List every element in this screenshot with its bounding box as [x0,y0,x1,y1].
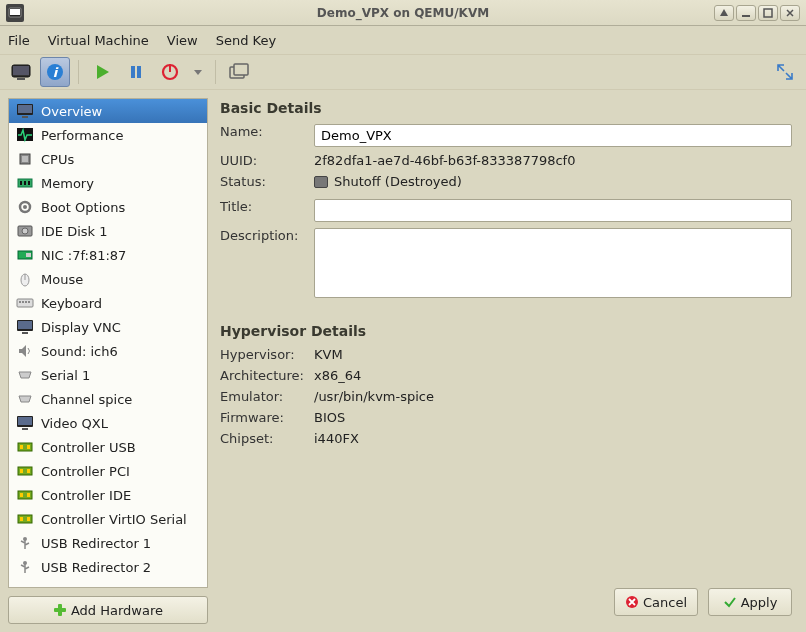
description-label: Description: [220,228,314,243]
controller-icon [15,486,35,504]
sidebar-item-label: USB Redirector 1 [41,536,151,551]
plus-icon [53,603,67,617]
sidebar-item-memory[interactable]: Memory [9,171,207,195]
svg-rect-3 [764,9,772,17]
sidebar-item-ide-disk[interactable]: IDE Disk 1 [9,219,207,243]
svg-rect-2 [742,15,750,17]
speaker-icon [15,342,35,360]
sidebar-item-serial[interactable]: Serial 1 [9,363,207,387]
sidebar-item-display-vnc[interactable]: Display VNC [9,315,207,339]
controller-icon [15,510,35,528]
chipset-value: i440FX [314,431,792,446]
toolbar: i [0,54,806,90]
sidebar-item-label: Boot Options [41,200,125,215]
monitor-icon [15,102,35,120]
svg-rect-39 [18,321,32,329]
sidebar-item-label: Serial 1 [41,368,90,383]
disk-icon [15,222,35,240]
status-value: Shutoff (Destroyed) [334,174,462,189]
controller-icon [15,438,35,456]
shutdown-menu-button[interactable] [189,57,207,87]
run-button[interactable] [87,57,117,87]
sidebar-item-nic[interactable]: NIC :7f:81:87 [9,243,207,267]
svg-rect-14 [234,64,248,75]
serial-icon [15,366,35,384]
sidebar-item-overview[interactable]: Overview [9,99,207,123]
svg-rect-6 [17,78,25,80]
cancel-button[interactable]: Cancel [614,588,698,616]
shutdown-button[interactable] [155,57,185,87]
description-textarea[interactable] [314,228,792,298]
sidebar-item-label: USB Redirector 2 [41,560,151,575]
keyboard-icon [15,294,35,312]
svg-rect-17 [22,116,28,118]
svg-rect-35 [22,301,24,303]
hv-value: KVM [314,347,792,362]
menu-virtual-machine[interactable]: Virtual Machine [48,33,149,48]
svg-rect-12 [169,64,171,72]
sidebar-item-usb-redir-1[interactable]: USB Redirector 1 [9,531,207,555]
details-pane: Basic Details Name: UUID:2f82dfa1-ae7d-4… [214,98,798,624]
sidebar-item-controller-virtio[interactable]: Controller VirtIO Serial [9,507,207,531]
window-close-button[interactable] [780,5,800,21]
svg-rect-46 [27,445,30,449]
sidebar-item-label: Controller IDE [41,488,131,503]
sidebar-item-performance[interactable]: Performance [9,123,207,147]
svg-rect-34 [19,301,21,303]
name-input[interactable] [314,124,792,147]
sidebar-item-controller-usb[interactable]: Controller USB [9,435,207,459]
pause-button[interactable] [121,57,151,87]
sidebar-item-controller-pci[interactable]: Controller PCI [9,459,207,483]
svg-rect-48 [20,469,23,473]
sidebar-item-sound[interactable]: Sound: ich6 [9,339,207,363]
sidebar-item-cpus[interactable]: CPUs [9,147,207,171]
svg-rect-52 [27,493,30,497]
basic-details-header: Basic Details [220,100,792,116]
mouse-icon [15,270,35,288]
gear-icon [15,198,35,216]
svg-point-26 [23,205,27,209]
fw-label: Firmware: [220,410,314,425]
uuid-label: UUID: [220,153,314,168]
sidebar-item-label: Channel spice [41,392,132,407]
menu-view[interactable]: View [167,33,198,48]
svg-rect-55 [27,517,30,521]
add-hardware-button[interactable]: Add Hardware [8,596,208,624]
sidebar-item-label: Memory [41,176,94,191]
fw-value: BIOS [314,410,792,425]
sidebar-item-mouse[interactable]: Mouse [9,267,207,291]
menu-file[interactable]: File [8,33,30,48]
apply-label: Apply [741,595,778,610]
sidebar-item-channel-spice[interactable]: Channel spice [9,387,207,411]
window-minimize-button[interactable] [736,5,756,21]
menubar: File Virtual Machine View Send Key [0,26,806,54]
status-label: Status: [220,174,314,189]
toolbar-separator [215,60,216,84]
usb-icon [15,534,35,552]
fullscreen-button[interactable] [770,57,800,87]
sidebar-item-usb-redir-2[interactable]: USB Redirector 2 [9,555,207,579]
svg-rect-49 [27,469,30,473]
sidebar-item-controller-ide[interactable]: Controller IDE [9,483,207,507]
arch-label: Architecture: [220,368,314,383]
sidebar-item-video[interactable]: Video QXL [9,411,207,435]
title-input[interactable] [314,199,792,222]
hardware-list[interactable]: Overview Performance CPUs Memory Boot Op… [8,98,208,588]
details-button[interactable]: i [40,57,70,87]
svg-rect-16 [18,105,32,113]
svg-rect-42 [18,417,32,425]
console-button[interactable] [6,57,36,87]
toolbar-separator [78,60,79,84]
window-maximize-button[interactable] [758,5,778,21]
svg-rect-59 [54,608,66,612]
sidebar-item-keyboard[interactable]: Keyboard [9,291,207,315]
cancel-icon [625,595,639,609]
menu-send-key[interactable]: Send Key [216,33,276,48]
sidebar-item-label: Performance [41,128,123,143]
window-ontop-button[interactable] [714,5,734,21]
snapshots-button[interactable] [224,57,254,87]
apply-button[interactable]: Apply [708,588,792,616]
add-hardware-label: Add Hardware [71,603,163,618]
hv-label: Hypervisor: [220,347,314,362]
sidebar-item-boot-options[interactable]: Boot Options [9,195,207,219]
